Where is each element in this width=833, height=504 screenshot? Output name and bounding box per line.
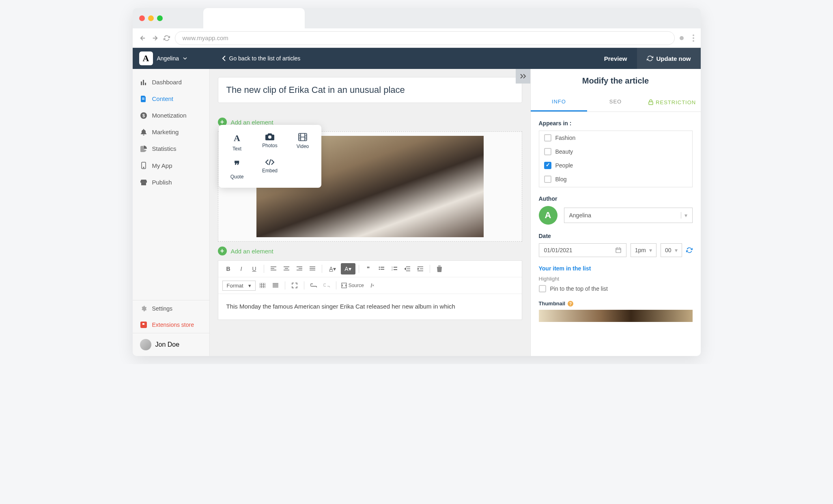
text-icon: A [234,133,240,144]
window-maximize-icon[interactable] [157,15,163,21]
insert-video-button[interactable]: Video [288,131,318,154]
url-bar[interactable]: www.myapp.com [175,31,675,45]
blockquote-button[interactable]: ❞ [362,263,375,275]
align-center-button[interactable] [280,263,293,275]
checkbox-icon[interactable] [544,134,551,142]
insert-quote-button[interactable]: ❞ Quote [222,157,252,182]
tab-info[interactable]: INFO [531,93,588,112]
insert-embed-button[interactable]: Embed [255,157,285,182]
category-row[interactable]: Food [539,186,692,187]
highlight-label: Highlight [539,276,693,282]
back-to-list-link[interactable]: Go back to the list of articles [222,55,301,62]
insert-photos-button[interactable]: Photos [255,131,285,154]
bullet-list-button[interactable] [375,263,387,275]
date-input[interactable]: 01/01/2021 [539,243,626,257]
svg-rect-4 [142,99,144,100]
unlink-button[interactable] [321,280,333,291]
sidebar-item-dashboard[interactable]: Dashboard [133,74,209,90]
category-list[interactable]: Fashion Beauty People Blog Food [539,131,693,187]
article-title-input[interactable] [218,77,522,103]
hour-select[interactable]: 1pm▾ [631,243,656,257]
outdent-button[interactable] [401,263,413,275]
checkbox-icon[interactable] [539,285,546,292]
align-justify-button[interactable] [306,263,319,275]
plus-circle-icon: + [218,247,227,255]
underline-button[interactable]: U [248,263,260,275]
text-color-button[interactable]: A ▾ [325,263,340,275]
bg-color-button[interactable]: A ▾ [341,263,355,275]
category-row[interactable]: People [539,159,692,172]
minute-select[interactable]: 00▾ [661,243,682,257]
checkbox-icon[interactable] [544,148,551,155]
browser-forward-icon[interactable] [151,34,159,42]
thumbnail-preview[interactable] [539,310,693,322]
calendar-icon [616,247,621,253]
back-link-label: Go back to the list of articles [229,55,301,62]
line-height-button[interactable] [269,280,282,291]
category-row[interactable]: Beauty [539,145,692,159]
item-in-list-label: Your item in the list [539,265,693,272]
svg-rect-39 [394,269,397,270]
sidebar-item-statistics[interactable]: Statistics [133,140,209,157]
workspace-selector[interactable]: A Angelina [133,51,222,65]
sidebar-item-myapp[interactable]: My App [133,157,209,174]
add-element-button-mid[interactable]: + Add an element [218,247,522,255]
chevron-down-icon [183,56,187,60]
flag-icon [140,322,147,328]
browser-reload-icon[interactable] [164,35,170,41]
fullscreen-button[interactable] [288,280,301,291]
category-row[interactable]: Fashion [539,131,692,145]
format-select[interactable]: Format▾ [222,281,256,291]
delete-button[interactable] [433,263,446,275]
browser-tab[interactable] [203,8,305,28]
sidebar-item-monetization[interactable]: $ Monetization [133,107,209,124]
window-close-icon[interactable] [139,15,145,21]
link-button[interactable] [308,280,320,291]
sidebar-item-settings[interactable]: Settings [133,300,209,317]
panel-title: Modify the article [531,69,701,93]
browser-back-icon[interactable] [139,34,146,42]
pin-checkbox-row[interactable]: Pin to the top of the list [539,285,693,292]
help-icon[interactable]: ? [568,301,573,307]
clear-format-button[interactable]: I× [366,280,379,291]
insert-photos-label: Photos [262,143,277,148]
sidebar-item-content[interactable]: Content [133,90,209,107]
sidebar-item-marketing[interactable]: Marketing [133,124,209,140]
author-select[interactable]: Angelina ▾ [564,208,693,223]
insert-text-button[interactable]: A Text [222,131,252,154]
browser-profile-icon[interactable] [680,36,684,40]
film-icon [298,133,307,141]
indent-button[interactable] [414,263,426,275]
add-element-label: Add an element [231,248,273,255]
browser-menu-icon[interactable] [693,34,694,42]
phone-icon [140,162,147,169]
current-user-row[interactable]: Jon Doe [133,333,209,356]
update-now-button[interactable]: Update now [637,48,701,69]
window-minimize-icon[interactable] [148,15,154,21]
align-left-button[interactable] [267,263,280,275]
sidebar-item-extensions[interactable]: Extensions store [133,317,209,333]
source-button[interactable]: Source [340,280,366,291]
number-list-button[interactable]: 12 [388,263,400,275]
sidebar-item-publish[interactable]: Publish [133,174,209,191]
refresh-date-button[interactable] [686,247,693,253]
bold-button[interactable]: B [222,263,235,275]
rich-text-body[interactable]: This Monday the famous American singer E… [218,294,522,320]
svg-rect-2 [145,83,146,85]
collapse-panel-button[interactable] [516,69,530,84]
tab-restriction[interactable]: RESTRICTION [644,93,701,112]
workspace-name: Angelina [157,55,179,62]
checkbox-checked-icon[interactable] [544,162,551,169]
svg-rect-3 [142,98,144,99]
tab-seo[interactable]: SEO [587,93,644,112]
checkbox-icon[interactable] [544,176,551,183]
preview-button[interactable]: Preview [594,55,637,62]
sync-icon [647,55,653,62]
svg-rect-0 [141,81,142,85]
svg-text:$: $ [142,113,144,118]
category-row[interactable]: Blog [539,172,692,186]
element-type-popup: A Text Photos Video ❞ Quote [219,125,321,188]
table-button[interactable] [256,280,269,291]
align-right-button[interactable] [293,263,306,275]
italic-button[interactable]: I [235,263,248,275]
